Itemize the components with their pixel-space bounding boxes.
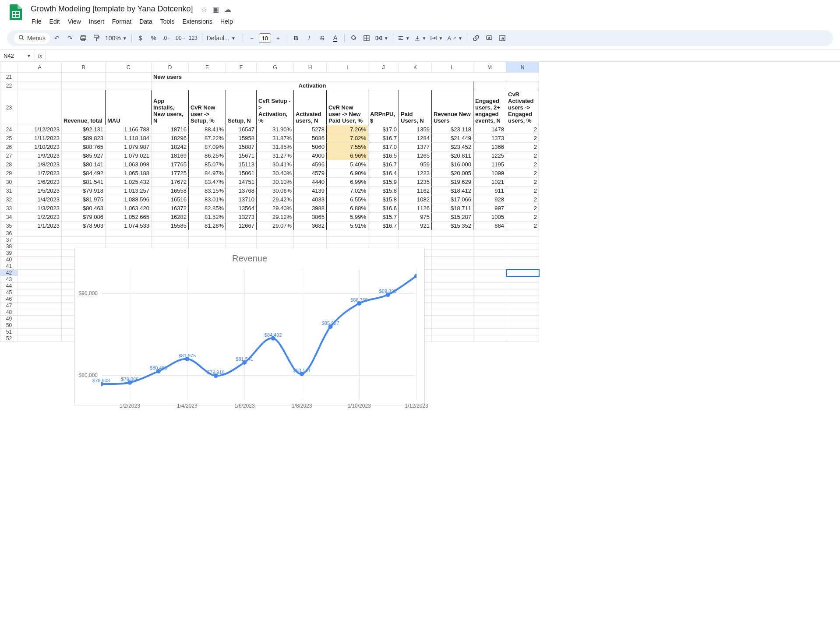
cell-G30[interactable]: 30.10% (257, 178, 294, 187)
cell-J36[interactable] (368, 230, 399, 237)
cell-L26[interactable]: $23,452 (432, 143, 473, 151)
cell-G34[interactable]: 29.12% (257, 213, 294, 222)
cell-C31[interactable]: 1,013,257 (106, 187, 152, 195)
row-header-41[interactable]: 41 (0, 263, 18, 270)
cell-E29[interactable]: 84.97% (189, 169, 226, 178)
more-formats-button[interactable]: 123 (187, 32, 199, 44)
cell-D34[interactable]: 16282 (152, 213, 189, 222)
cell-D32[interactable]: 16516 (152, 195, 189, 204)
row-header-42[interactable]: 42 (0, 270, 18, 276)
cell-A30[interactable]: 1/6/2023 (18, 178, 62, 187)
cell-N38[interactable] (506, 243, 539, 250)
cell-N45[interactable] (506, 289, 539, 296)
cell-C33[interactable]: 1,063,420 (106, 204, 152, 213)
cell-K30[interactable]: 1235 (399, 178, 432, 187)
cell-M26[interactable]: 1366 (473, 143, 506, 151)
cell-N47[interactable] (506, 303, 539, 309)
cell-G32[interactable]: 29.42% (257, 195, 294, 204)
cell-F36[interactable] (226, 230, 257, 237)
cell-B32[interactable]: $81,975 (62, 195, 106, 204)
row-header-31[interactable]: 31 (0, 187, 18, 195)
cell-J37[interactable] (368, 237, 399, 243)
name-box[interactable]: N42▼ (0, 50, 35, 61)
move-icon[interactable]: ▣ (212, 5, 219, 14)
italic-button[interactable]: I (303, 32, 315, 44)
cell-A35[interactable]: 1/1/2023 (18, 222, 62, 230)
cell-A31[interactable]: 1/5/2023 (18, 187, 62, 195)
cell-B26[interactable]: $88,765 (62, 143, 106, 151)
cell-L34[interactable]: $15,287 (432, 213, 473, 222)
cell-E32[interactable]: 83.01% (189, 195, 226, 204)
cell-E27[interactable]: 86.25% (189, 151, 226, 160)
row-header-34[interactable]: 34 (0, 213, 18, 222)
cell-F37[interactable] (226, 237, 257, 243)
cell-N33[interactable]: 2 (506, 204, 539, 213)
cell-M34[interactable]: 1005 (473, 213, 506, 222)
cell-L38[interactable] (432, 243, 473, 250)
cell-H31[interactable]: 4139 (294, 187, 327, 195)
col-header-B[interactable]: B (62, 62, 106, 73)
cell-G33[interactable]: 29.40% (257, 204, 294, 213)
cell-G29[interactable]: 30.40% (257, 169, 294, 178)
cell-M51[interactable] (473, 329, 506, 335)
menu-extensions[interactable]: Extensions (179, 16, 215, 27)
cell-C36[interactable] (106, 230, 152, 237)
row-header-36[interactable]: 36 (0, 230, 18, 237)
cell-C30[interactable]: 1,025,432 (106, 178, 152, 187)
cell-I36[interactable] (327, 230, 368, 237)
cell-J28[interactable]: $16.7 (368, 160, 399, 169)
col-header-A[interactable]: A (18, 62, 62, 73)
cell-L43[interactable] (432, 276, 473, 283)
cell-L42[interactable] (432, 270, 473, 276)
cell-E31[interactable]: 83.15% (189, 187, 226, 195)
cell-D25[interactable]: 18296 (152, 134, 189, 143)
cell-H24[interactable]: 5278 (294, 125, 327, 134)
menu-insert[interactable]: Insert (85, 16, 108, 27)
cell-F24[interactable]: 16547 (226, 125, 257, 134)
cell-N52[interactable] (506, 335, 539, 342)
cell-J29[interactable]: $16.4 (368, 169, 399, 178)
cell-J24[interactable]: $17.0 (368, 125, 399, 134)
cell-M28[interactable]: 1195 (473, 160, 506, 169)
cell-J34[interactable]: $15.7 (368, 213, 399, 222)
cell-K24[interactable]: 1359 (399, 125, 432, 134)
cell-M43[interactable] (473, 276, 506, 283)
cell-M36[interactable] (473, 230, 506, 237)
cell-L36[interactable] (432, 230, 473, 237)
cell-M52[interactable] (473, 335, 506, 342)
star-icon[interactable]: ☆ (201, 5, 207, 14)
cell-N42[interactable] (506, 270, 539, 276)
cell-L24[interactable]: $23,118 (432, 125, 473, 134)
cell-C37[interactable] (106, 237, 152, 243)
cell-N34[interactable]: 2 (506, 213, 539, 222)
formula-input[interactable] (46, 50, 840, 61)
cell-A28[interactable]: 1/8/2023 (18, 160, 62, 169)
cell-J31[interactable]: $15.8 (368, 187, 399, 195)
cell-H35[interactable]: 3682 (294, 222, 327, 230)
cell-L29[interactable]: $20,005 (432, 169, 473, 178)
cell-B35[interactable]: $78,903 (62, 222, 106, 230)
cell-G24[interactable]: 31.90% (257, 125, 294, 134)
borders-button[interactable] (360, 32, 373, 44)
cell-F33[interactable]: 13564 (226, 204, 257, 213)
cell-L49[interactable] (432, 316, 473, 322)
cell-A33[interactable]: 1/3/2023 (18, 204, 62, 213)
cell-C24[interactable]: 1,166,788 (106, 125, 152, 134)
wrap-button[interactable]: ▼ (429, 35, 445, 41)
col-header-K[interactable]: K (399, 62, 432, 73)
cell-N37[interactable] (506, 237, 539, 243)
cell-K36[interactable] (399, 230, 432, 237)
cell-H33[interactable]: 3988 (294, 204, 327, 213)
cell-G37[interactable] (257, 237, 294, 243)
cell-L31[interactable]: $18,412 (432, 187, 473, 195)
cell-N28[interactable]: 2 (506, 160, 539, 169)
menu-tools[interactable]: Tools (157, 16, 178, 27)
cell-I33[interactable]: 6.88% (327, 204, 368, 213)
cell-L35[interactable]: $15,352 (432, 222, 473, 230)
cell-A48[interactable] (18, 309, 62, 316)
cell-D28[interactable]: 17765 (152, 160, 189, 169)
cell-E34[interactable]: 81.52% (189, 213, 226, 222)
cell-E36[interactable] (189, 230, 226, 237)
cell-C35[interactable]: 1,074,533 (106, 222, 152, 230)
cell-M48[interactable] (473, 309, 506, 316)
